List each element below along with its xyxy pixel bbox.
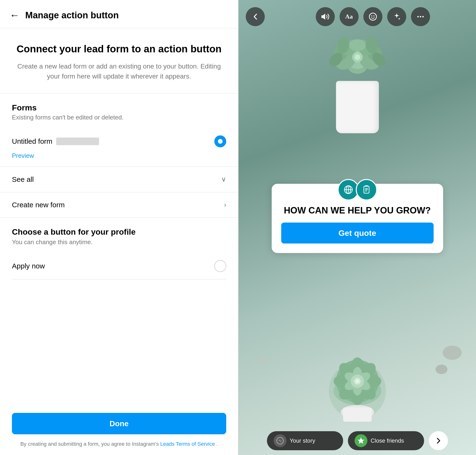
svg-point-17	[373, 16, 375, 17]
succulent-bottom-svg	[315, 338, 400, 424]
see-all-text: See all	[12, 175, 34, 183]
form-item-right	[214, 135, 226, 147]
form-preview-link[interactable]: Preview	[12, 152, 34, 159]
story-next-button[interactable]	[429, 431, 448, 450]
done-button[interactable]: Done	[12, 413, 226, 434]
story-bottom-bar: Your story Close friends	[239, 431, 476, 450]
sparkle-button[interactable]	[387, 7, 406, 26]
apply-now-row: Apply now	[12, 253, 226, 279]
your-story-button[interactable]: Your story	[267, 431, 343, 450]
your-story-icon	[274, 434, 286, 447]
forms-section-title: Forms	[12, 103, 226, 112]
forms-section: Forms Existing forms can't be edited or …	[0, 94, 238, 167]
card-question: HOW CAN WE HELP YOU GROW?	[281, 205, 434, 216]
svg-point-16	[371, 16, 372, 17]
terms-text: By creating and submitting a form, you a…	[12, 440, 226, 448]
bottom-section: Done By creating and submitting a form, …	[0, 403, 238, 455]
stone-decoration	[258, 358, 267, 365]
apply-now-text: Apply now	[12, 262, 45, 270]
header: ← Manage action button	[0, 0, 238, 28]
story-back-button[interactable]	[246, 7, 265, 26]
page-title: Manage action button	[25, 10, 119, 20]
forms-section-subtitle: Existing forms can't be edited or delete…	[12, 114, 226, 121]
right-panel: Aa	[238, 0, 476, 455]
get-quote-button[interactable]: Get quote	[281, 223, 434, 244]
hero-section: Connect your lead form to an action butt…	[0, 28, 238, 94]
form-item-name: Untitled form	[12, 137, 52, 145]
form-radio-selected[interactable]	[214, 135, 226, 147]
profile-section-subtitle: You can change this anytime.	[12, 238, 226, 246]
form-item-blur	[56, 138, 99, 145]
svg-point-15	[369, 13, 376, 20]
bottom-plant-container	[315, 338, 400, 424]
svg-marker-52	[357, 437, 364, 444]
svg-point-14	[355, 54, 360, 60]
pot-top	[336, 81, 379, 133]
close-friends-button[interactable]: Close friends	[348, 431, 424, 450]
story-top-bar: Aa	[239, 7, 476, 26]
story-background: Aa	[239, 0, 476, 455]
text-button[interactable]: Aa	[340, 7, 359, 26]
create-new-form-text: Create new form	[12, 201, 65, 209]
your-story-label: Your story	[290, 437, 315, 444]
sound-button[interactable]	[316, 7, 335, 26]
terms-prefix: By creating and submitting a form, you a…	[20, 441, 159, 447]
chevron-right-icon: ›	[224, 201, 226, 209]
terms-period: .	[217, 441, 218, 447]
apply-now-radio[interactable]	[214, 260, 226, 272]
create-new-form-row[interactable]: Create new form ›	[0, 192, 238, 218]
svg-rect-50	[343, 407, 372, 422]
svg-point-20	[422, 16, 424, 17]
form-item: Untitled form	[12, 131, 226, 152]
terms-link[interactable]: Leads Terms of Service	[160, 441, 215, 447]
see-all-row[interactable]: See all ∨	[0, 167, 238, 192]
hero-description: Create a new lead form or add an existin…	[14, 61, 224, 81]
svg-point-48	[356, 380, 359, 383]
close-friends-icon	[355, 434, 367, 447]
svg-point-19	[420, 16, 421, 17]
text-icon-label: Aa	[345, 13, 353, 20]
top-plant-container	[312, 19, 403, 133]
card-icon-clipboard	[356, 179, 377, 200]
profile-section-title: Choose a button for your profile	[12, 227, 226, 236]
stone-decoration	[443, 346, 462, 360]
left-panel: ← Manage action button Connect your lead…	[0, 0, 238, 455]
more-options-button[interactable]	[411, 7, 430, 26]
chevron-down-icon: ∨	[221, 175, 226, 183]
back-button[interactable]: ←	[9, 9, 19, 21]
svg-point-18	[417, 16, 419, 17]
card-icons	[281, 179, 434, 200]
succulent-top-svg	[319, 19, 395, 86]
sticker-button[interactable]	[363, 7, 382, 26]
story-card: HOW CAN WE HELP YOU GROW? Get quote	[272, 184, 443, 253]
form-item-left: Untitled form	[12, 137, 99, 145]
close-friends-label: Close friends	[371, 437, 404, 444]
stone-decoration	[435, 365, 447, 374]
svg-point-8	[349, 39, 366, 51]
profile-section: Choose a button for your profile You can…	[0, 218, 238, 279]
hero-title: Connect your lead form to an action butt…	[14, 43, 224, 56]
